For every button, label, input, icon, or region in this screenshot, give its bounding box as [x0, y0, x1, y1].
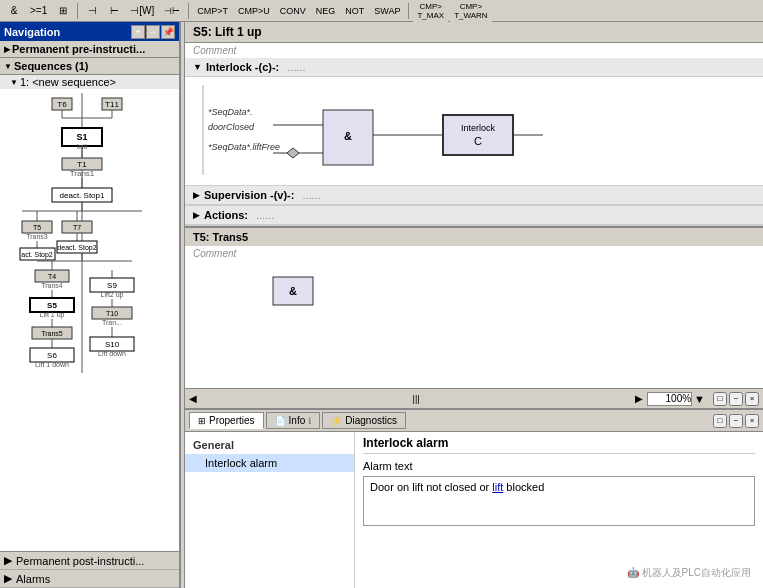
toolbar-btn-cmpu[interactable]: CMP>U [234, 4, 274, 18]
nav-post-label: Permanent post-instructi... [16, 555, 144, 567]
nav-tree[interactable]: ▶ Permanent pre-instructi... ▼ Sequences… [0, 41, 179, 551]
toolbar-btn-ge1[interactable]: >=1 [26, 3, 51, 18]
svg-text:S10: S10 [105, 340, 120, 349]
zoom-dropdown[interactable]: ▼ [694, 393, 705, 405]
nav-post-instructions[interactable]: ▶ Permanent post-instructi... [0, 552, 179, 570]
svg-text:T1: T1 [77, 160, 87, 169]
alarm-text-rest: blocked [503, 481, 544, 493]
tab-properties-label: Properties [209, 415, 255, 426]
nav-new-seq[interactable]: ▼ 1: <new sequence> [0, 75, 179, 89]
alarm-text-box[interactable]: Door on lift not closed or lift blocked [363, 476, 755, 526]
svg-text:T5: T5 [33, 224, 41, 231]
actions-title: Actions: [204, 209, 248, 221]
svg-text:S5: S5 [47, 301, 57, 310]
toolbar-btn-norm-open[interactable]: ⊢ [104, 3, 124, 18]
svg-text:&: & [289, 285, 297, 297]
nav-newseq-arrow: ▼ [10, 78, 18, 87]
toolbar-sep-2 [188, 3, 189, 19]
panel-btn-3[interactable]: × [745, 392, 759, 406]
panel-controls: □ − × [713, 392, 759, 406]
nav-section-pre[interactable]: ▶ Permanent pre-instructi... [0, 41, 179, 58]
alarm-text-label: Alarm text [363, 460, 755, 472]
toolbar-btn-and[interactable]: & [4, 3, 24, 18]
toolbar-btn-box[interactable]: ⊞ [53, 3, 73, 18]
t5-ladder: & [193, 269, 393, 309]
seq-diagram-container: T6 T11 S1 Init T1 Trans1 [0, 89, 179, 377]
toolbar-btn-ne[interactable]: ⊣⊢ [160, 4, 184, 18]
supervision-header[interactable]: ▶ Supervision -(v)-: ...... [185, 186, 763, 205]
svg-text:T11: T11 [105, 100, 119, 109]
editor-content[interactable]: ▼ Interlock -(c)-: ...... *SeqData*. doo… [185, 58, 763, 388]
nav-bottom: ▶ Permanent post-instructi... ▶ Alarms [0, 551, 179, 588]
interlock-header[interactable]: ▼ Interlock -(c)-: ...... [185, 58, 763, 77]
nav-pin[interactable]: 📌 [161, 25, 175, 39]
tab-info[interactable]: 📄 Info ℹ [266, 412, 321, 429]
props-detail-title: Interlock alarm [363, 436, 755, 454]
nav-pre-arrow: ▶ [4, 45, 10, 54]
info-circle-icon: ℹ [308, 416, 311, 426]
alarm-text-value: Door on lift not closed or [370, 481, 492, 493]
tab-info-label: Info [289, 415, 306, 426]
toolbar-btn-cmpt[interactable]: CMP>T [193, 4, 232, 18]
svg-text:S6: S6 [47, 351, 57, 360]
t5-comment[interactable]: Comment [185, 246, 763, 261]
watermark: 🤖 机器人及PLC自动化应用 [627, 566, 751, 580]
status-bar: ◀ ||| ▶ ▼ □ − × [185, 388, 763, 408]
svg-text:act. Stop2: act. Stop2 [21, 251, 53, 259]
nav-zoom-in[interactable]: + [131, 25, 145, 39]
props-btn-3[interactable]: × [745, 414, 759, 428]
props-nav-general[interactable]: General [185, 436, 354, 454]
supervision-title: Supervision -(v)-: [204, 189, 294, 201]
nav-zoom-out[interactable]: − [146, 25, 160, 39]
toolbar-btn-neg[interactable]: NEG [312, 4, 340, 18]
interlock-alarm-title: Interlock alarm [363, 436, 448, 450]
props-nav-general-label: General [193, 439, 234, 451]
props-btn-1[interactable]: □ [713, 414, 727, 428]
svg-text:S9: S9 [107, 281, 117, 290]
panel-btn-1[interactable]: □ [713, 392, 727, 406]
svg-text:T6: T6 [57, 100, 67, 109]
step-comment[interactable]: Comment [185, 43, 763, 58]
toolbar-btn-conv[interactable]: CONV [276, 4, 310, 18]
tab-properties[interactable]: ⊞ Properties [189, 412, 264, 429]
svg-text:Lift 1 up: Lift 1 up [40, 311, 65, 319]
section-actions: ▶ Actions: ...... [185, 206, 763, 226]
scroll-bar[interactable]: ||| [201, 394, 631, 404]
svg-text:Tran...: Tran... [102, 319, 122, 326]
sequence-diagram: T6 T11 S1 Init T1 Trans1 [2, 93, 162, 373]
supervision-dots: ...... [302, 189, 320, 201]
t5-body: & [185, 261, 763, 319]
actions-header[interactable]: ▶ Actions: ...... [185, 206, 763, 225]
alarm-text-lift-link[interactable]: lift [492, 481, 503, 493]
nav-seq-arrow: ▼ [4, 62, 12, 71]
props-panel-btns: □ − × [713, 414, 759, 428]
svg-text:doorClosed: doorClosed [208, 122, 255, 132]
svg-text:T4: T4 [48, 273, 56, 280]
svg-text:Trans4: Trans4 [41, 282, 63, 289]
step-title: S5: Lift 1 up [193, 25, 262, 39]
panel-btn-2[interactable]: − [729, 392, 743, 406]
svg-text:Lift2 up: Lift2 up [101, 291, 124, 299]
toolbar-btn-w[interactable]: ⊣[W] [126, 3, 158, 18]
toolbar-btn-cmptmax[interactable]: CMP>T_MAX [413, 0, 448, 22]
nav-section-sequences[interactable]: ▼ Sequences (1) [0, 58, 179, 75]
toolbar-sep-1 [77, 3, 78, 19]
interlock-dots: ...... [287, 61, 305, 73]
props-btn-2[interactable]: − [729, 414, 743, 428]
toolbar-btn-not[interactable]: NOT [341, 4, 368, 18]
svg-text:S1: S1 [76, 132, 87, 142]
nav-title: Navigation [4, 26, 60, 38]
nav-alarms[interactable]: ▶ Alarms [0, 570, 179, 588]
section-interlock: ▼ Interlock -(c)-: ...... *SeqData*. doo… [185, 58, 763, 186]
toolbar-btn-norm-close[interactable]: ⊣ [82, 3, 102, 18]
tab-diagnostics-label: Diagnostics [345, 415, 397, 426]
toolbar-btn-cmpwarn[interactable]: CMP>T_WARN [450, 0, 491, 22]
zoom-input[interactable] [647, 392, 692, 406]
svg-text:C: C [474, 135, 482, 147]
tab-diagnostics[interactable]: ⚡ Diagnostics [322, 412, 406, 429]
props-nav-interlock-label: Interlock alarm [205, 457, 277, 469]
props-nav: General Interlock alarm [185, 432, 355, 588]
svg-text:Lift 1 down: Lift 1 down [35, 361, 69, 368]
props-nav-interlock-alarm[interactable]: Interlock alarm [185, 454, 354, 472]
toolbar-btn-swap[interactable]: SWAP [370, 4, 404, 18]
